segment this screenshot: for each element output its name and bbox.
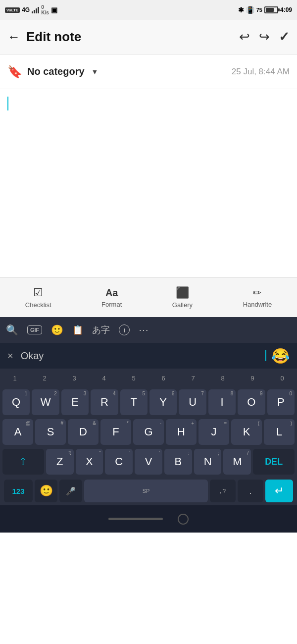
key-u[interactable]: 7U	[179, 389, 206, 415]
num-key-6[interactable]: 6	[148, 375, 178, 382]
status-left: VoLTE 4G 0K/s ▣	[5, 4, 57, 15]
sticker-icon[interactable]: 🙂	[51, 324, 63, 336]
status-right: ✱ 📳 75 4:09	[238, 6, 292, 14]
back-button[interactable]: ←	[7, 29, 20, 45]
key-p[interactable]: 0P	[267, 389, 295, 415]
key-n[interactable]: ;N	[194, 449, 222, 475]
checklist-icon: ☑	[33, 286, 43, 299]
num-key-9[interactable]: 9	[238, 375, 267, 382]
save-button[interactable]: ✓	[279, 29, 290, 45]
format-label: Format	[101, 301, 122, 308]
format-icon: Aa	[105, 287, 118, 299]
prediction-word[interactable]: Okay	[21, 350, 260, 362]
redo-button[interactable]: ↪	[259, 29, 270, 45]
punct-label: ,!?	[220, 488, 226, 494]
shift-key[interactable]: ⇧	[2, 449, 44, 475]
num-key-5[interactable]: 5	[119, 375, 148, 382]
network-type: 4G	[22, 6, 30, 13]
checklist-button[interactable]: ☑ Checklist	[25, 286, 51, 309]
key-y[interactable]: 6Y	[149, 389, 177, 415]
gallery-icon: ⬛	[176, 286, 189, 299]
keyboard: 1 2 3 4 5 6 7 8 9 0 1Q 2W 3E 4R 5T 6Y 7U…	[0, 369, 297, 505]
category-bar: 🔖 No category ▼ 25 Jul, 8:44 AM	[0, 54, 297, 89]
volte-badge: VoLTE	[5, 7, 20, 13]
num-key-8[interactable]: 8	[208, 375, 238, 382]
category-left: 🔖 No category ▼	[7, 65, 98, 79]
key-o[interactable]: 9O	[238, 389, 265, 415]
prediction-close-button[interactable]: ×	[7, 350, 13, 362]
keyboard-search-icon[interactable]: 🔍	[6, 324, 18, 336]
emoji-key[interactable]: 🙂	[35, 480, 57, 502]
num-key-7[interactable]: 7	[178, 375, 208, 382]
more-options-icon[interactable]: ⋯	[139, 324, 148, 336]
undo-button[interactable]: ↩	[239, 29, 250, 45]
clipboard-icon[interactable]: 📋	[72, 324, 83, 335]
key-x[interactable]: "X	[76, 449, 103, 475]
key-q[interactable]: 1Q	[2, 389, 30, 415]
num-key-3[interactable]: 3	[59, 375, 89, 382]
num-key-2[interactable]: 2	[30, 375, 59, 382]
nav-bar	[0, 505, 297, 533]
app-bar: ← Edit note ↩ ↪ ✓	[0, 20, 297, 54]
handwrite-button[interactable]: ✏ Handwrite	[243, 287, 272, 308]
keyboard-emoji-row: 🔍 GIF 🙂 📋 あ字 i ⋯	[0, 317, 297, 343]
num-key-0[interactable]: 0	[267, 375, 297, 382]
num-toggle-key[interactable]: 123	[4, 480, 33, 502]
key-m[interactable]: /M	[223, 449, 251, 475]
dropdown-icon[interactable]: ▼	[92, 68, 99, 76]
gif-button[interactable]: GIF	[27, 325, 42, 334]
key-g[interactable]: -G	[133, 419, 164, 445]
key-f[interactable]: *F	[100, 419, 131, 445]
key-v[interactable]: 'V	[135, 449, 162, 475]
key-l[interactable]: )L	[264, 419, 295, 445]
key-s[interactable]: #S	[35, 419, 66, 445]
mic-key[interactable]: 🎤	[59, 480, 82, 502]
key-j[interactable]: =J	[198, 419, 229, 445]
screen-icon: ▣	[51, 6, 57, 14]
period-key[interactable]: .	[238, 480, 263, 502]
key-z[interactable]: ₹Z	[46, 449, 74, 475]
key-w[interactable]: 2W	[32, 389, 59, 415]
translate-icon[interactable]: あ字	[92, 324, 110, 336]
battery-level: 75	[256, 7, 262, 13]
back-nav-button[interactable]	[178, 514, 189, 525]
number-row: 1 2 3 4 5 6 7 8 9 0	[0, 369, 297, 387]
key-d[interactable]: &D	[68, 419, 99, 445]
key-r[interactable]: 4R	[91, 389, 118, 415]
bookmark-icon: 🔖	[7, 65, 22, 79]
note-content-area[interactable]	[0, 89, 297, 277]
data-speed: 0K/s	[41, 4, 49, 15]
period-label: .	[249, 486, 251, 496]
prediction-emoji[interactable]: 😂	[271, 347, 290, 365]
key-b[interactable]: :B	[164, 449, 192, 475]
space-key[interactable]: SP	[84, 480, 208, 502]
key-i[interactable]: 8I	[208, 389, 236, 415]
bluetooth-icon: ✱	[238, 6, 244, 14]
gallery-button[interactable]: ⬛ Gallery	[172, 286, 193, 309]
vibrate-icon: 📳	[246, 6, 254, 14]
home-indicator[interactable]	[108, 518, 163, 520]
status-bar: VoLTE 4G 0K/s ▣ ✱ 📳 75 4:09	[0, 0, 297, 20]
category-name: No category	[27, 66, 85, 77]
note-date: 25 Jul, 8:44 AM	[232, 67, 290, 77]
punct-key[interactable]: ,!?	[210, 480, 236, 502]
key-c[interactable]: 'C	[105, 449, 133, 475]
key-k[interactable]: (K	[231, 419, 262, 445]
prediction-cursor	[265, 350, 266, 361]
enter-key[interactable]: ↵	[265, 480, 293, 502]
checklist-label: Checklist	[25, 301, 51, 309]
key-t[interactable]: 5T	[120, 389, 148, 415]
format-button[interactable]: Aa Format	[101, 287, 122, 308]
space-label-top: SP	[143, 488, 150, 494]
gallery-label: Gallery	[172, 301, 193, 309]
key-e[interactable]: 3E	[61, 389, 89, 415]
delete-key[interactable]: DEL	[253, 449, 295, 475]
key-h[interactable]: +H	[166, 419, 197, 445]
num-key-4[interactable]: 4	[89, 375, 119, 382]
info-icon[interactable]: i	[119, 324, 130, 335]
num-key-1[interactable]: 1	[0, 375, 30, 382]
note-toolbar: ☑ Checklist Aa Format ⬛ Gallery ✏ Handwr…	[0, 277, 297, 317]
app-bar-actions: ↩ ↪ ✓	[239, 29, 290, 45]
bottom-row: 123 🙂 🎤 SP ,!? . ↵	[0, 477, 297, 505]
key-a[interactable]: @A	[2, 419, 33, 445]
